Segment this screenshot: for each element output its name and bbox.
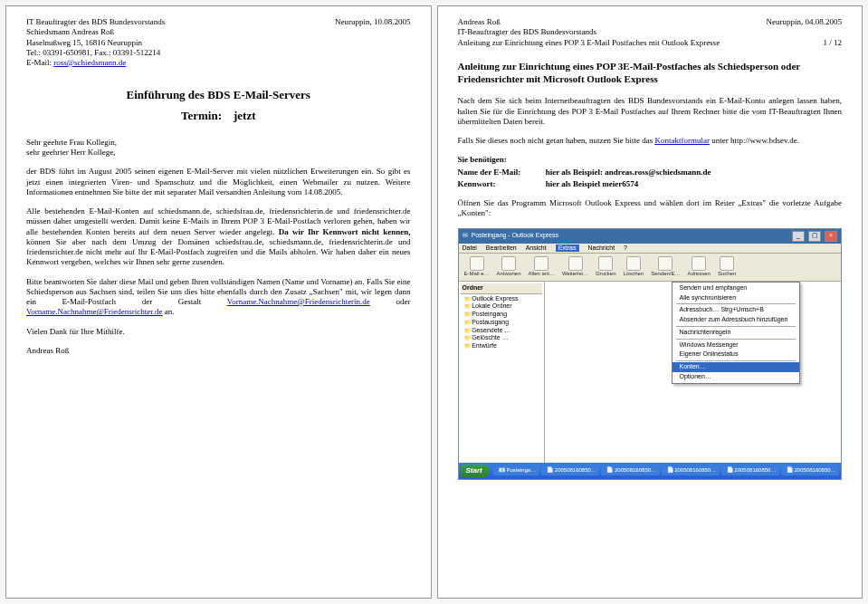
taskbar-item[interactable]: 📧 Posteinga… [493,466,539,475]
hdr-org: IT-Beauftragter des BDS Bundesvorstands [458,27,843,37]
toolbar-icon [598,256,613,271]
hdr-author: Andreas Roß [458,17,501,27]
org-line: IT Beauftragter des BDS Bundesvorstands [26,17,165,27]
dropdown-item[interactable]: Eigener Onlinestatus [672,350,799,360]
oe-folder-tree[interactable]: Ordner Outlook ExpressLokale OrdnerPoste… [459,282,545,463]
dropdown-item[interactable]: Absender zum Adressbuch hinzufügen [672,315,799,325]
outlook-express-window: ✉ Posteingang - Outlook Express _ ▢ × Da… [458,228,843,480]
taskbar-item[interactable]: 📄 200508160850… [781,466,839,475]
taskbar-item[interactable]: 📄 200508160850… [601,466,659,475]
r-para-1: Nach dem Sie sich beim Internetbeauftrag… [458,96,843,127]
para-1: der BDS führt im August 2005 seinen eige… [26,167,411,197]
folder-item[interactable]: Outlook Express [464,295,542,303]
greeting-2: sehr geehrter Herr Kollege, [26,148,411,158]
toolbar-icon [658,256,672,271]
toolbar-label: Senden/E… [651,271,680,278]
sender-tel: Tel.: 03391-650981, Fax.: 03391-512214 [26,48,411,58]
oe-app-icon: ✉ [463,232,468,240]
dropdown-item[interactable]: Adressbuch… Strg+Umsch+B [672,305,799,315]
oe-toolbar: E-Mail e…AntwortenAllen ant…Weiterlei…Dr… [459,254,842,282]
folder-item[interactable]: Gelöschte … [464,334,542,342]
dropdown-item[interactable]: Nachrichtenregeln [672,328,799,338]
maximize-button[interactable]: ▢ [808,231,821,242]
folder-item[interactable]: Lokale Ordner [464,302,542,311]
toolbar-icon [692,256,706,271]
page2-header: Andreas Roß Neuruppin, 04.08.2005 IT-Bea… [458,17,843,48]
oe-body: Ordner Outlook ExpressLokale OrdnerPoste… [459,282,842,463]
toolbar-label: Drucken [596,271,615,278]
start-button[interactable]: Start [461,465,490,477]
toolbar-label: E-Mail e… [464,271,490,278]
toolbar-icon [626,256,641,271]
r-para-2: Falls Sie dieses noch nicht getan haben,… [458,136,843,146]
toolbar-button[interactable]: Suchen [718,256,736,278]
toolbar-button[interactable]: Adressen [688,256,711,278]
toolbar-icon [720,256,734,271]
toolbar-button[interactable]: Löschen [623,256,644,278]
oe-tree-header: Ordner [461,283,542,294]
folder-item[interactable]: Posteingang [464,311,542,319]
menu-item-nachricht[interactable]: Nachricht [588,244,615,253]
taskbar-item[interactable]: 📄 200508160850… [541,466,599,475]
toolbar-icon [470,256,484,271]
toolbar-button[interactable]: Weiterlei… [562,256,588,278]
two-page-spread: IT Beauftragter des BDS Bundesvorstands … [0,0,868,604]
para-2: Alle bestehenden E-Mail-Konten auf schie… [26,206,411,268]
toolbar-icon [534,256,548,271]
dropdown-item[interactable]: Optionen… [672,372,799,382]
extras-dropdown-menu: Senden und empfangenAlle synchronisieren… [672,282,800,384]
toolbar-label: Löschen [623,271,644,278]
toolbar-label: Allen ant… [529,271,555,278]
hdr-doc: Anleitung zur Einrichtung eines POP 3 E-… [458,38,720,48]
oe-main-pane: Senden und empfangenAlle synchronisieren… [545,282,842,463]
email-template-link-1[interactable]: Vorname.Nachnahme@Friedensrichterin.de [227,297,370,306]
kontaktformular-link[interactable]: Kontaktformular [654,136,709,145]
page2-title: Anleitung zur Einrichtung eines POP 3E-M… [458,61,843,86]
page-2: Andreas Roß Neuruppin, 04.08.2005 IT-Bea… [437,5,863,599]
folder-item[interactable]: Gesendete … [464,327,542,335]
signature: Andreas Roß [26,346,411,356]
page-1: IT Beauftragter des BDS Bundesvorstands … [5,5,432,599]
toolbar-button[interactable]: Allen ant… [529,256,555,278]
toolbar-label: Adressen [688,271,711,278]
folder-item[interactable]: Postausgang [464,319,542,327]
menu-item-bearbeiten[interactable]: Bearbeiten [486,244,517,253]
toolbar-button[interactable]: Senden/E… [651,256,680,278]
toolbar-button[interactable]: Antworten [497,256,521,278]
termin-line: Termin: jetzt [26,109,411,123]
dropdown-item[interactable]: Windows Messenger [672,340,799,350]
close-button[interactable]: × [825,231,837,242]
menu-item-datei[interactable]: Datei [463,244,477,253]
hdr-date: Neuruppin, 04.08.2005 [767,17,843,27]
need-header: Sie benötigen: [458,155,843,165]
taskbar-item[interactable]: 📄 200508160850… [662,466,720,475]
oe-titlebar: ✉ Posteingang - Outlook Express _ ▢ × [459,229,842,244]
doc-title: Einführung des BDS E-Mail-Servers [26,88,411,102]
toolbar-icon [501,256,516,271]
sender-email-line: E-Mail: ross@schiedsmann.de [26,58,411,68]
dropdown-item[interactable]: Konten… [672,362,799,372]
oe-menubar: DateiBearbeitenAnsichtExtrasNachricht? [459,244,842,254]
toolbar-button[interactable]: E-Mail e… [464,256,490,278]
letterhead: IT Beauftragter des BDS Bundesvorstands … [26,17,411,68]
toolbar-label: Antworten [497,271,521,278]
folder-item[interactable]: Entwürfe [464,342,542,350]
need-name: Name der E-Mail: hier als Beispiel: andr… [458,168,843,177]
menu-item-?[interactable]: ? [624,244,627,253]
toolbar-label: Weiterlei… [562,271,588,278]
minimize-button[interactable]: _ [792,231,805,242]
oe-title-text: Posteingang - Outlook Express [472,232,559,240]
windows-taskbar: Start 📧 Posteinga…📄 200508160850…📄 20050… [459,463,842,479]
sender-name: Schiedsmann Andreas Roß [26,27,411,37]
menu-item-ansicht[interactable]: Ansicht [526,244,547,253]
dropdown-item[interactable]: Senden und empfangen [672,283,799,293]
email-template-link-2[interactable]: Vorname.Nachnahme@Friedensrichter.de [26,307,163,316]
dropdown-item[interactable]: Alle synchronisieren [672,293,799,303]
place-date: Neuruppin, 10.08.2005 [335,17,411,27]
greeting-1: Sehr geehrte Frau Kollegin, [26,138,411,148]
taskbar-item[interactable]: 📄 200508160850… [721,466,779,475]
sender-email-link[interactable]: ross@schiedsmann.de [53,58,126,67]
menu-item-extras[interactable]: Extras [556,244,579,253]
para-3: Bitte beantworten Sie daher diese Mail u… [26,277,411,318]
toolbar-button[interactable]: Drucken [596,256,615,278]
